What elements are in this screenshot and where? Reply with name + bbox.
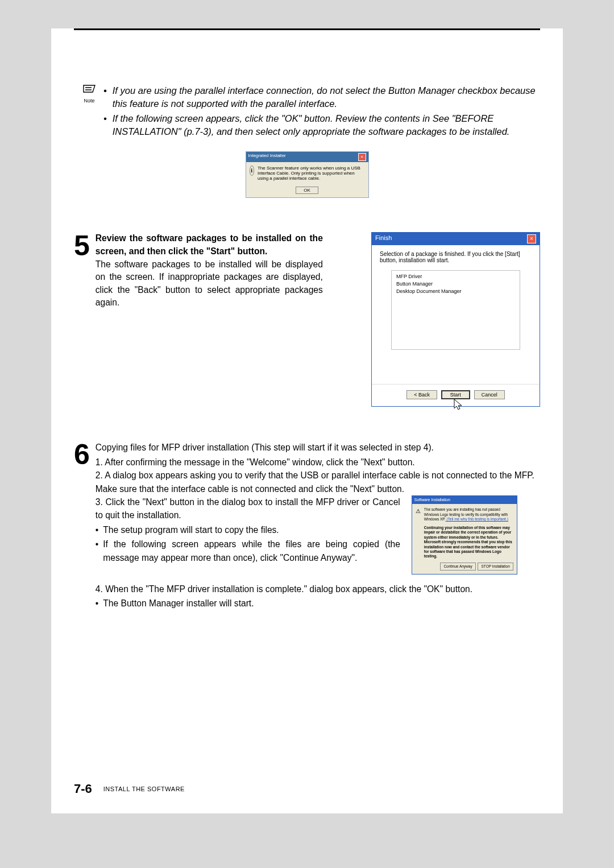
step6-b3: The Button Manager installer will start. [103,597,254,610]
note-label: Note [82,98,97,104]
package-list: MFP Driver Button Manager Desktop Docume… [391,270,520,350]
finish-msg: Selection of a package is finished. If y… [380,251,532,263]
cursor-icon [453,398,464,411]
note-bullet-2: If the following screen appears, click t… [113,112,540,138]
step-6-body: Copying files for MFP driver installatio… [96,441,540,610]
dialog1-msg: The Scanner feature only works when usin… [258,166,365,181]
continue-anyway-button[interactable]: Continue Anyway [440,563,475,571]
note-block: Note •If you are using the parallel inte… [82,84,540,140]
finish-dialog: Finish × Selection of a package is finis… [371,232,540,407]
finish-title: Finish [375,234,392,243]
softdlg-l2: Continuing your installation of this sof… [424,526,512,559]
close-icon[interactable]: × [527,234,536,243]
list-item: MFP Driver [396,273,515,280]
step6-li4: When the "The MFP driver installation is… [105,584,472,594]
softdlg-title: Software Installation [412,496,517,505]
cancel-button[interactable]: Cancel [474,390,505,399]
stop-installation-button[interactable]: STOP Installation [478,563,513,571]
list-item: Desktop Document Manager [396,288,515,295]
step6-li2: A dialog box appears asking you to verif… [96,470,534,493]
dialog1-title: Integrated Installer [248,153,286,161]
softdlg-link[interactable]: (Tell me why this testing is important.) [446,517,508,521]
note-bullet-1: If you are using the parallel interface … [113,84,540,110]
step-5-text: Review the software packages to be insta… [96,232,323,309]
back-button[interactable]: < Back [406,390,437,399]
software-installation-dialog: Software Installation ⚠ The software you… [412,495,517,574]
page-number: 7-6 [74,782,92,796]
warning-icon: ⚠ [416,507,421,515]
step6-li3: Click the "Next" button in the dialog bo… [96,497,400,520]
list-item: Button Manager [396,280,515,288]
step-5-number: 5 [74,234,90,257]
step5-p2: The software packages to be installed wi… [96,259,323,308]
note-list: •If you are using the parallel interface… [103,84,540,140]
integrated-installer-dialog: Integrated Installer × i The Scanner fea… [246,151,369,198]
step5-p1: Review the software packages to be insta… [96,233,323,256]
info-icon: i [250,166,254,176]
step6-li1: After confirming the message in the "Wel… [105,457,414,467]
step6-lead: Copying files for MFP driver installatio… [96,441,540,454]
page-footer: 7-6 INSTALL THE SOFTWARE [74,782,185,796]
footer-label: INSTALL THE SOFTWARE [103,786,185,792]
ok-button[interactable]: OK [296,187,318,194]
step6-b1: The setup program will start to copy the… [103,523,279,536]
step6-b2: If the following screen appears while th… [103,538,400,564]
step-6-number: 6 [74,443,90,466]
note-icon: Note [82,84,97,104]
close-icon[interactable]: × [358,153,366,161]
